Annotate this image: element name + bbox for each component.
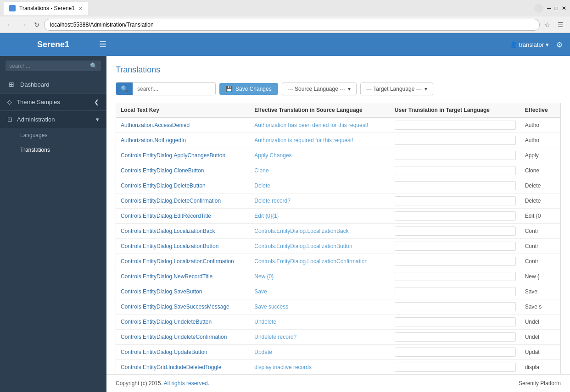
sidebar-item-theme-samples[interactable]: ◇ Theme Samples ❮ [0,94,106,110]
key-cell[interactable]: Controls.EntityDialog.LocalizationButton [116,239,250,254]
user-menu[interactable]: 👤 translator ▾ [510,41,549,48]
target-input[interactable] [395,348,516,357]
table-row: Controls.EntityDialog.UndeleteButton Und… [116,315,560,330]
target-input[interactable] [395,226,516,236]
col-header-source: Effective Translation in Source Language [250,103,390,117]
username-label: translator [519,41,544,48]
sidebar-item-administration[interactable]: ⊡ Administration ▾ [0,111,106,128]
key-cell[interactable]: Controls.EntityDialog.EditRecordTitle [116,209,250,224]
source-cell: Apply Changes [250,148,390,163]
sidebar-search-input[interactable] [9,63,90,69]
target-input[interactable] [395,151,516,160]
close-btn[interactable]: ✕ [562,5,566,11]
table-row: Authorization.NotLoggedIn Authorization … [116,133,560,148]
user-icon: 👤 [510,41,517,48]
sidebar: 🔍 ⊞ Dashboard ◇ Theme Samples ❮ [0,56,106,392]
browser-tab[interactable]: Translations - Serene1 ✕ [4,2,88,15]
key-cell[interactable]: Controls.EntityDialog.UpdateButton [116,345,250,360]
effective-cell: Delete [520,193,560,209]
minimize-btn[interactable]: ─ [547,5,551,11]
back-btn[interactable]: ← [4,20,16,29]
key-cell[interactable]: Controls.EntityDialog.LocalizationBack [116,224,250,239]
key-cell[interactable]: Authorization.AccessDenied [116,117,250,133]
hamburger-btn[interactable]: ☰ [99,39,510,50]
key-cell[interactable]: Controls.EntityDialog.NewRecordTitle [116,269,250,284]
table-row: Controls.EntityDialog.DeleteButton Delet… [116,178,560,193]
key-cell[interactable]: Controls.EntityDialog.CloneButton [116,163,250,178]
target-cell [390,330,520,345]
table-row: Controls.EntityDialog.NewRecordTitle New… [116,269,560,284]
save-changes-button[interactable]: 💾 Save Changes [219,83,278,95]
table-row: Controls.EntityDialog.EditRecordTitle Ed… [116,209,560,224]
sidebar-item-translations[interactable]: Translations [0,143,106,157]
target-input[interactable] [395,317,516,326]
search-box: 🔍 [116,82,216,95]
source-language-dropdown[interactable]: --- Source Language --- ▾ [282,83,357,95]
translation-table: Local Text Key Effective Translation in … [116,103,560,374]
table-row: Authorization.AccessDenied Authorization… [116,117,560,133]
target-input[interactable] [395,181,516,190]
effective-cell: Undel [520,330,560,345]
target-input[interactable] [395,363,516,372]
share-icon[interactable]: ⚙ [556,40,563,49]
chevron-down-icon: ▾ [96,116,99,123]
target-input[interactable] [395,302,516,311]
search-input[interactable] [133,83,215,95]
key-cell[interactable]: Controls.EntityDialog.UndeleteButton [116,315,250,330]
sidebar-nav: ⊞ Dashboard ◇ Theme Samples ❮ ⊡ Administ… [0,76,106,392]
admin-icon: ⊡ [7,116,12,123]
sidebar-item-languages[interactable]: Languages [0,128,106,143]
target-input[interactable] [395,196,516,205]
source-cell: Save [250,284,390,299]
source-cell: Edit {0}{1} [250,209,390,224]
effective-cell: Updat [520,345,560,360]
target-input[interactable] [395,242,516,251]
key-cell[interactable]: Controls.EntityDialog.SaveButton [116,284,250,299]
sidebar-item-dashboard[interactable]: ⊞ Dashboard [0,76,106,93]
target-input[interactable] [395,332,516,342]
target-cell [390,117,520,133]
key-cell[interactable]: Controls.EntityGrid.IncludeDeletedToggle [116,360,250,375]
table-row: Controls.EntityDialog.UpdateButton Updat… [116,345,560,360]
key-cell[interactable]: Authorization.NotLoggedIn [116,133,250,148]
target-cell [390,224,520,239]
key-cell[interactable]: Controls.EntityDialog.SaveSuccessMessage [116,299,250,315]
target-input[interactable] [395,257,516,266]
source-cell: New {0} [250,269,390,284]
target-cell [390,133,520,148]
target-input[interactable] [395,136,516,145]
maximize-btn[interactable]: □ [555,5,558,11]
tab-close-btn[interactable]: ✕ [78,6,83,11]
source-cell: Save success [250,299,390,315]
copyright-link[interactable]: All rights reserved. [164,380,209,386]
key-cell[interactable]: Controls.EntityDialog.LocalizationConfir… [116,254,250,269]
target-language-dropdown[interactable]: --- Target Language --- ▾ [360,83,433,95]
target-lang-arrow: ▾ [425,86,427,92]
bookmark-icon[interactable]: ☆ [542,20,553,29]
target-input[interactable] [395,121,516,130]
toolbar: 🔍 💾 Save Changes --- Source Language ---… [116,82,561,95]
target-input[interactable] [395,166,516,175]
chevron-left-icon: ❮ [94,99,99,105]
address-bar[interactable] [44,19,540,31]
target-input[interactable] [395,272,516,281]
key-cell[interactable]: Controls.EntityDialog.ApplyChangesButton [116,148,250,163]
key-cell[interactable]: Controls.EntityDialog.DeleteButton [116,178,250,193]
source-cell: Update [250,345,390,360]
save-icon: 💾 [226,86,233,92]
search-button[interactable]: 🔍 [116,83,133,95]
refresh-btn[interactable]: ↻ [31,20,42,29]
menu-icon[interactable]: ☰ [555,20,566,29]
target-cell [390,315,520,330]
col-header-key: Local Text Key [116,103,250,117]
table-row: Controls.EntityDialog.SaveButton Save Sa… [116,284,560,299]
forward-btn[interactable]: → [17,20,29,29]
key-cell[interactable]: Controls.EntityDialog.UndeleteConfirmati… [116,330,250,345]
target-input[interactable] [395,287,516,296]
user-dropdown-icon: ▾ [546,41,549,48]
table-row: Controls.EntityGrid.IncludeDeletedToggle… [116,360,560,375]
target-input[interactable] [395,211,516,221]
table-row: Controls.EntityDialog.LocalizationBack C… [116,224,560,239]
key-cell[interactable]: Controls.EntityDialog.DeleteConfirmation [116,193,250,209]
effective-cell: Delete [520,178,560,193]
